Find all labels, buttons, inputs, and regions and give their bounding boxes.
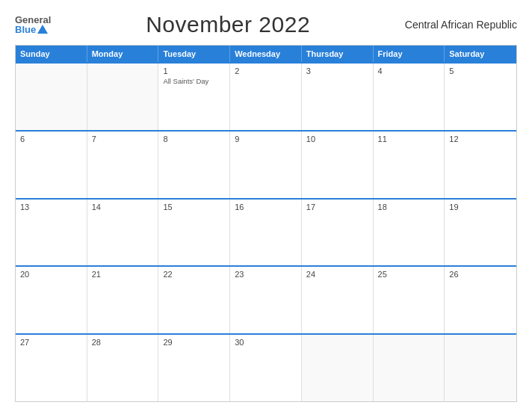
header-thursday: Thursday [302,46,374,62]
day-cell-26: 26 [445,267,516,333]
week-row-5: 27 28 29 30 [16,333,516,401]
day-number: 29 [163,338,225,347]
day-cell-21: 21 [87,267,159,333]
day-cell-6: 6 [16,132,87,198]
day-cell-empty [87,64,159,130]
day-cell-27: 27 [16,335,87,401]
day-number: 28 [92,338,154,347]
calendar: Sunday Monday Tuesday Wednesday Thursday… [15,45,517,402]
day-number: 4 [378,67,440,75]
day-cell-14: 14 [87,200,159,266]
logo-triangle-icon [37,25,48,34]
day-number: 6 [20,135,82,143]
day-number: 13 [20,203,82,211]
day-cell-10: 10 [302,132,374,198]
day-cell-empty [374,335,445,401]
week-row-1: 1 All Saints' Day 2 3 4 5 [16,62,516,130]
day-cell-29: 29 [158,335,230,401]
header-wednesday: Wednesday [230,46,302,62]
header-tuesday: Tuesday [158,46,230,62]
calendar-page: General Blue November 2022 Central Afric… [0,0,532,411]
header: General Blue November 2022 Central Afric… [15,12,517,37]
day-number: 17 [306,203,368,211]
day-cell-12: 12 [445,132,516,198]
week-row-3: 13 14 15 16 17 18 19 [16,198,516,266]
day-cell-28: 28 [87,335,159,401]
day-cell-5: 5 [445,64,516,130]
day-number: 10 [306,135,368,143]
day-number: 27 [20,338,82,347]
day-number: 20 [20,270,82,279]
day-number: 23 [235,270,297,279]
day-number: 8 [163,135,225,143]
day-cell-3: 3 [302,64,374,130]
day-cell-19: 19 [445,200,516,266]
day-cell-23: 23 [230,267,302,333]
day-cell-7: 7 [87,132,159,198]
day-number: 7 [92,135,154,143]
event-text: All Saints' Day [163,77,225,85]
day-number: 15 [163,203,225,211]
day-cell-20: 20 [16,267,87,333]
day-number: 2 [235,67,297,75]
week-row-2: 6 7 8 9 10 11 12 [16,130,516,198]
day-number: 3 [306,67,368,75]
country-name: Central African Republic [405,19,517,31]
day-number: 5 [449,67,512,75]
day-number: 30 [235,338,297,347]
day-cell-11: 11 [374,132,445,198]
header-sunday: Sunday [16,46,87,62]
day-cell-8: 8 [158,132,230,198]
day-number: 21 [92,270,154,279]
day-cell-13: 13 [16,200,87,266]
day-cell-4: 4 [374,64,445,130]
day-cell-16: 16 [230,200,302,266]
day-cell-empty [16,64,87,130]
header-saturday: Saturday [445,46,516,62]
day-number: 16 [235,203,297,211]
day-cell-empty [302,335,374,401]
day-cell-18: 18 [374,200,445,266]
day-cell-2: 2 [230,64,302,130]
day-cell-17: 17 [302,200,374,266]
day-cell-1: 1 All Saints' Day [158,64,230,130]
day-number: 22 [163,270,225,279]
week-row-4: 20 21 22 23 24 25 26 [16,265,516,333]
month-title: November 2022 [146,12,310,37]
day-number: 12 [449,135,512,143]
logo-blue-text: Blue [15,25,51,34]
day-headers-row: Sunday Monday Tuesday Wednesday Thursday… [16,46,516,62]
day-number: 11 [378,135,440,143]
day-cell-9: 9 [230,132,302,198]
day-number: 26 [449,270,512,279]
weeks-container: 1 All Saints' Day 2 3 4 5 6 [16,62,516,401]
header-monday: Monday [87,46,159,62]
day-cell-24: 24 [302,267,374,333]
day-number: 14 [92,203,154,211]
day-cell-25: 25 [374,267,445,333]
day-number: 19 [449,203,512,211]
day-number: 9 [235,135,297,143]
day-number: 18 [378,203,440,211]
day-cell-22: 22 [158,267,230,333]
header-friday: Friday [374,46,445,62]
day-number: 25 [378,270,440,279]
day-number: 1 [163,67,225,75]
day-number: 24 [306,270,368,279]
logo: General Blue [15,15,51,34]
day-cell-15: 15 [158,200,230,266]
day-cell-empty [445,335,516,401]
day-cell-30: 30 [230,335,302,401]
